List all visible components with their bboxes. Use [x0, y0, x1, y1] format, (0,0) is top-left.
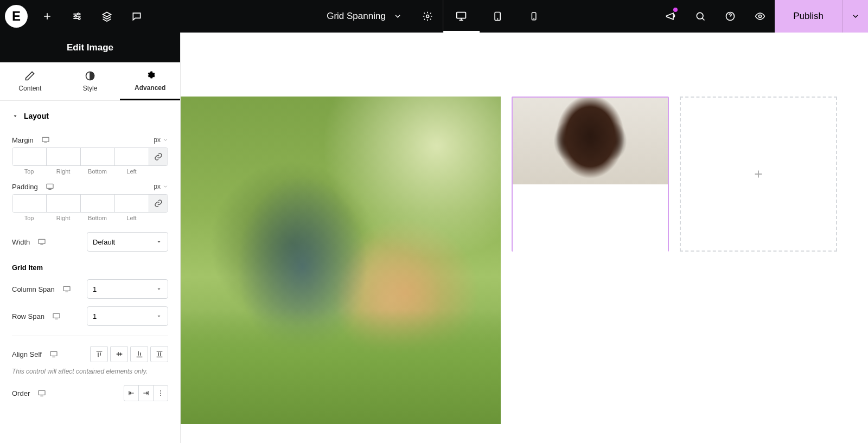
margin-left-input[interactable]: [115, 148, 149, 165]
padding-left-input[interactable]: [115, 195, 149, 212]
column-span-select[interactable]: 1: [87, 279, 168, 299]
preview-icon: [755, 11, 765, 22]
device-mobile-button[interactable]: [516, 0, 552, 33]
responsive-icon[interactable]: [37, 237, 46, 246]
padding-dim-labels: Top Right Bottom Left: [12, 213, 168, 221]
link-icon: [154, 152, 163, 161]
publish-options-button[interactable]: [842, 0, 868, 33]
svg-point-6: [497, 19, 498, 20]
svg-rect-17: [53, 313, 60, 318]
announce-icon: [665, 11, 676, 22]
responsive-icon[interactable]: [37, 389, 46, 397]
tab-advanced[interactable]: Advanced: [120, 62, 180, 100]
padding-link-toggle[interactable]: [149, 195, 168, 212]
align-self-label: Align Self: [12, 350, 58, 358]
finder-button[interactable]: [685, 0, 715, 33]
column-span-row: Column Span 1: [12, 279, 168, 299]
align-center-button[interactable]: [110, 346, 128, 362]
notes-button[interactable]: [122, 0, 151, 33]
padding-bottom-input[interactable]: [81, 195, 115, 212]
align-self-row: Align Self: [12, 346, 168, 362]
svg-rect-18: [50, 351, 57, 356]
responsive-icon[interactable]: [49, 350, 58, 358]
padding-inputs: [12, 194, 168, 213]
help-button[interactable]: [715, 0, 745, 33]
svg-rect-4: [457, 12, 466, 18]
align-start-button[interactable]: [90, 346, 108, 362]
order-custom-button[interactable]: [153, 385, 168, 401]
add-icon: [42, 11, 53, 22]
device-desktop-button[interactable]: [443, 0, 480, 33]
notification-dot: [673, 8, 678, 12]
padding-label: Padding: [12, 182, 54, 191]
editor-panel: Edit Image Content Style Advanced Layout…: [0, 33, 181, 443]
panel-title: Edit Image: [0, 33, 180, 62]
page-settings-button[interactable]: [413, 0, 443, 33]
padding-top-input[interactable]: [12, 195, 47, 212]
margin-link-toggle[interactable]: [149, 148, 168, 165]
site-settings-button[interactable]: [62, 0, 92, 33]
cell-content-area: [513, 184, 668, 252]
editor-canvas[interactable]: [181, 33, 868, 443]
tab-advanced-label: Advanced: [135, 84, 165, 92]
margin-dim-labels: Top Right Bottom Left: [12, 166, 168, 175]
add-widget-button[interactable]: [32, 0, 62, 33]
contrast-icon: [85, 70, 95, 81]
structure-button[interactable]: [92, 0, 122, 33]
page-title-dropdown[interactable]: Grid Spanning: [316, 0, 413, 33]
panel-tabs: Content Style Advanced: [0, 62, 180, 101]
panel-body: Layout Margin px Top Right Bottom: [0, 101, 180, 443]
layout-section-toggle[interactable]: Layout: [12, 101, 168, 128]
device-tablet-button[interactable]: [480, 0, 516, 33]
order-end-button[interactable]: [138, 385, 154, 401]
toolbar-right-group: Publish: [655, 0, 868, 33]
chevron-down-icon: [851, 12, 860, 21]
order-start-button[interactable]: [124, 385, 139, 401]
gear-icon: [145, 70, 156, 81]
publish-button[interactable]: Publish: [775, 0, 842, 33]
responsive-icon[interactable]: [41, 136, 50, 144]
padding-right-input[interactable]: [47, 195, 81, 212]
responsive-icon[interactable]: [62, 285, 71, 293]
elementor-logo[interactable]: E: [5, 5, 28, 28]
plus-icon: [752, 168, 764, 180]
grid-cell-selected[interactable]: [512, 97, 669, 252]
svg-point-20: [160, 390, 161, 391]
margin-top-input[interactable]: [12, 148, 47, 165]
margin-right-input[interactable]: [47, 148, 81, 165]
margin-bottom-input[interactable]: [81, 148, 115, 165]
svg-rect-14: [47, 184, 53, 188]
tab-content-label: Content: [18, 85, 41, 92]
grid-cell-image-large[interactable]: [181, 97, 501, 424]
svg-rect-15: [39, 239, 45, 243]
preview-button[interactable]: [745, 0, 775, 33]
chevron-down-icon: [163, 137, 168, 143]
order-row: Order: [12, 385, 168, 401]
row-span-select[interactable]: 1: [87, 306, 168, 326]
toolbar-center-group: Grid Spanning: [316, 0, 552, 33]
grid-cell-empty[interactable]: [680, 97, 837, 252]
chevron-down-icon: [156, 239, 162, 245]
page-title: Grid Spanning: [327, 11, 386, 22]
align-stretch-button[interactable]: [150, 346, 168, 362]
margin-unit-selector[interactable]: px: [154, 136, 168, 144]
tab-style[interactable]: Style: [60, 62, 120, 100]
align-end-button[interactable]: [130, 346, 148, 362]
svg-point-22: [160, 395, 161, 396]
padding-unit-selector[interactable]: px: [154, 183, 168, 190]
align-self-buttons: [90, 346, 168, 362]
chevron-down-icon: [393, 12, 402, 21]
svg-point-3: [426, 15, 429, 18]
width-select[interactable]: Default: [87, 232, 168, 252]
margin-label: Margin: [12, 136, 50, 144]
tab-content[interactable]: Content: [0, 62, 60, 100]
responsive-icon[interactable]: [52, 312, 61, 320]
grid-item-heading: Grid Item: [12, 264, 168, 272]
responsive-icon[interactable]: [46, 182, 54, 191]
grid-container[interactable]: [181, 97, 868, 424]
whats-new-button[interactable]: [655, 0, 685, 33]
link-icon: [154, 199, 163, 208]
tablet-icon: [492, 11, 503, 22]
pencil-icon: [24, 70, 35, 81]
layers-icon: [101, 11, 112, 22]
